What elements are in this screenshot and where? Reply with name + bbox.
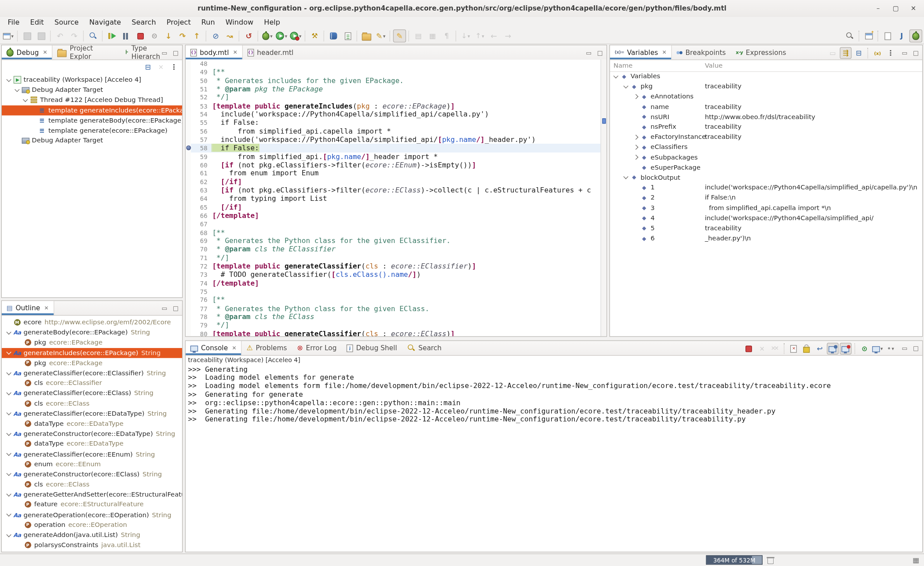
code-line[interactable]: 56 from simplified_api.capella import * — [186, 127, 606, 135]
line-number[interactable]: 56 — [191, 127, 211, 134]
run-garbage-collector-icon[interactable] — [767, 557, 774, 564]
outline-item[interactable]: AagenerateClassifier(ecore::EEnum)String — [2, 449, 182, 459]
open-perspective-button[interactable] — [862, 29, 875, 42]
code-text[interactable]: [template public generateIncludes(pkg : … — [211, 102, 606, 110]
line-number[interactable]: 64 — [191, 195, 211, 202]
variable-row[interactable]: ◆eClassifiers — [610, 142, 922, 152]
line-number[interactable]: 59 — [191, 153, 211, 160]
code-text[interactable]: [/template] — [211, 211, 606, 220]
variable-row[interactable]: ◆5traceability — [610, 223, 922, 233]
open-catalog-button[interactable] — [327, 29, 340, 42]
variable-row[interactable]: ◆4include('workspace://Python4Capella/si… — [610, 213, 922, 223]
outline-item[interactable]: Penumecore::EEnum — [2, 459, 182, 469]
report-button[interactable] — [341, 29, 354, 42]
debug-tree-item[interactable]: Thread #122 [Acceleo Debug Thread] — [2, 95, 182, 105]
editor-maximize-button[interactable]: □ — [595, 48, 604, 57]
outline-tab-outline[interactable]: ▤Outline✕ — [2, 301, 54, 315]
debug-view-minimize-button[interactable]: ▭ — [160, 48, 169, 57]
code-line[interactable]: 71 */] — [186, 254, 606, 262]
code-text[interactable]: from enum import Enum — [211, 169, 606, 178]
code-line[interactable]: 80[template public generateClassifier(cl… — [186, 330, 606, 336]
variable-row[interactable]: ◆eSubpackages — [610, 152, 922, 162]
resume-button[interactable] — [106, 29, 118, 42]
show-on-error-button[interactable] — [840, 343, 851, 355]
variables-tab-expressions[interactable]: x·yExpressions — [731, 45, 791, 59]
code-editor[interactable]: 4849[**50 * Generates includes for the g… — [186, 59, 606, 336]
new-wizard-button[interactable]: ▾ — [2, 29, 15, 42]
annotation-ruler[interactable] — [186, 195, 191, 203]
view-menu-button[interactable]: ⋮ — [884, 47, 896, 59]
annotation-ruler[interactable] — [186, 152, 191, 161]
line-number[interactable]: 48 — [191, 60, 211, 67]
code-text[interactable]: [if (not pkg.eClassifiers->filter(ecore:… — [211, 186, 606, 195]
code-text[interactable]: from typing import List — [211, 195, 606, 203]
outline-item[interactable]: AagenerateConstructor(ecore::EClass)Stri… — [2, 469, 182, 479]
code-text[interactable]: * @param cls the EClass — [211, 313, 606, 321]
variable-row[interactable]: ◆blockOutput — [610, 172, 922, 182]
annotation-ruler[interactable] — [186, 59, 191, 68]
variable-row[interactable]: ◆6_header.py')\n — [610, 233, 922, 243]
skip-breakpoints-button[interactable]: ⊘ — [209, 29, 222, 42]
menu-run[interactable]: Run — [196, 17, 220, 28]
outline-item[interactable]: PdataTypeecore::EDataType — [2, 419, 182, 429]
line-number[interactable]: 51 — [191, 85, 211, 92]
variable-row[interactable]: ◆nsPrefixtraceability — [610, 122, 922, 132]
line-number[interactable]: 75 — [191, 288, 211, 295]
search-button[interactable] — [844, 29, 856, 42]
overview-annotation-marker[interactable] — [602, 118, 606, 123]
line-number[interactable]: 54 — [191, 111, 211, 118]
annotation-ruler[interactable] — [186, 144, 191, 152]
code-text[interactable]: */] — [211, 93, 606, 102]
code-line[interactable]: 50 * Generates includes for the given EP… — [186, 76, 606, 85]
annotation-ruler[interactable] — [186, 270, 191, 279]
code-text[interactable]: [/if] — [211, 203, 606, 211]
outline-item[interactable]: Ppkgecore::EPackage — [2, 337, 182, 348]
outline-item[interactable]: AagenerateClassifier(ecore::EClassifier)… — [2, 368, 182, 378]
line-number[interactable]: 71 — [191, 254, 211, 261]
debug-tree-item[interactable]: Debug Adapter Target — [2, 85, 182, 95]
perspective-debug-button[interactable] — [909, 29, 922, 42]
console-output[interactable]: >>> Generating>> Loading model elements … — [188, 365, 922, 552]
minimize-window-button[interactable]: – — [873, 4, 883, 13]
variable-row[interactable]: ◆eFactoryInstancetraceability — [610, 132, 922, 142]
line-number[interactable]: 66 — [191, 212, 211, 219]
overview-ruler[interactable] — [600, 59, 606, 336]
line-number[interactable]: 67 — [191, 221, 211, 228]
menu-window[interactable]: Window — [220, 17, 259, 28]
annotation-ruler[interactable] — [186, 304, 191, 312]
menu-edit[interactable]: Edit — [25, 17, 49, 28]
code-line[interactable]: 61 from enum import Enum — [186, 169, 606, 178]
outline-item[interactable]: Pclsecore::EClass — [2, 399, 182, 409]
annotation-ruler[interactable] — [186, 102, 191, 110]
code-line[interactable]: 70 * @param cls the EClassifier — [186, 245, 606, 254]
code-text[interactable]: if False: — [211, 144, 606, 152]
view-menu-button[interactable]: ⋮ — [168, 61, 180, 73]
code-text[interactable]: * Generates the Python class for the giv… — [211, 237, 606, 245]
pin-console-button[interactable]: ⊙ — [858, 343, 870, 355]
code-line[interactable]: 59 from simplified_api.[pkg.name/]_heade… — [186, 152, 606, 161]
show-on-output-button[interactable] — [827, 343, 839, 355]
relaunch-button[interactable]: ↺ — [242, 29, 255, 42]
code-text[interactable]: * @param pkg the EPackage — [211, 85, 606, 93]
variables-view-maximize-button[interactable]: □ — [911, 48, 920, 57]
code-line[interactable]: 57 include('workspace://Python4Capella/s… — [186, 135, 606, 144]
code-text[interactable]: * Generates the Python class for the giv… — [211, 304, 606, 312]
line-number[interactable]: 52 — [191, 94, 211, 101]
annotation-ruler[interactable] — [186, 211, 191, 220]
annotation-ruler[interactable] — [186, 135, 191, 144]
perspective-java-button[interactable]: J — [895, 29, 908, 42]
disconnect-button[interactable]: ⊝ — [148, 29, 161, 42]
editor-tab-body-mtl[interactable]: {}body.mtl✕ — [186, 45, 243, 59]
annotation-ruler[interactable] — [186, 279, 191, 287]
code-line-current[interactable]: 58 if False: — [186, 144, 606, 152]
show-logical-structure-button[interactable]: ⇶ — [840, 47, 852, 59]
step-return-button[interactable]: ↑ — [190, 29, 203, 42]
annotation-ruler[interactable] — [186, 287, 191, 296]
line-number[interactable]: 50 — [191, 77, 211, 84]
launch-config-button[interactable]: ✎▾ — [374, 29, 387, 42]
annotation-ruler[interactable] — [186, 237, 191, 245]
outline-view-maximize-button[interactable]: □ — [171, 303, 180, 312]
outline-view-minimize-button[interactable]: ▭ — [160, 303, 169, 312]
code-line[interactable]: 55 if False: — [186, 119, 606, 127]
code-text[interactable]: include('workspace://Python4Capella/simp… — [211, 110, 606, 119]
